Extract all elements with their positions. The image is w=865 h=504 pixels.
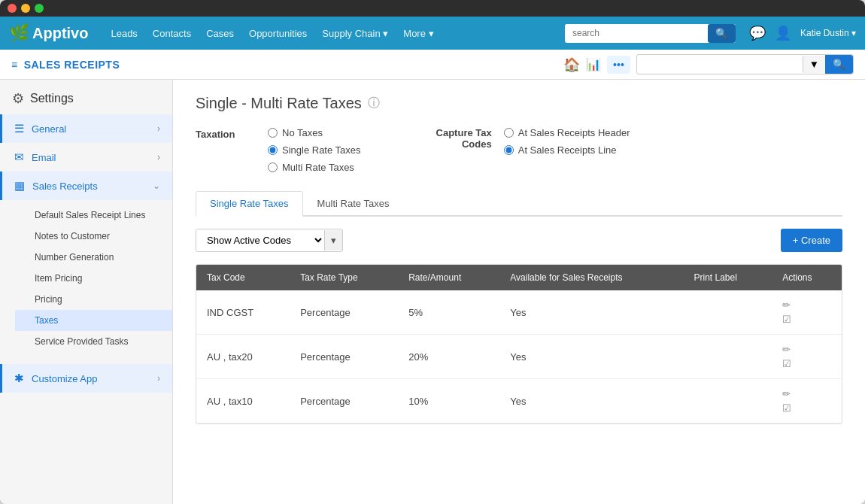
checkbox-icon-2[interactable]: ☑	[782, 402, 831, 414]
person-icon[interactable]: 👤	[775, 25, 791, 41]
sales-icon: ▦	[14, 179, 25, 193]
tab-single-rate[interactable]: Single Rate Taxes	[196, 191, 303, 217]
cell-actions-2: ✏ ☑	[772, 379, 842, 424]
info-icon[interactable]: ⓘ	[368, 96, 380, 111]
capture-radio-line[interactable]	[504, 145, 514, 155]
sub-header-title: SALES RECEIPTS	[24, 59, 120, 71]
tax-option-no-taxes[interactable]: No Taxes	[268, 127, 361, 138]
cell-available-2: Yes	[499, 379, 683, 424]
capture-option-line[interactable]: At Sales Receipts Line	[504, 144, 630, 156]
table-header-row: Tax Code Tax Rate Type Rate/Amount Avail…	[196, 265, 842, 290]
tax-radio-single-rate[interactable]	[268, 145, 278, 155]
edit-icon-1[interactable]: ✏	[782, 344, 831, 355]
action-icons-1: ✏ ☑	[782, 344, 831, 369]
chart-icon[interactable]: 📊	[586, 57, 601, 71]
filter-caret-icon[interactable]: ▾	[324, 230, 342, 250]
chevron-right-icon-2: ›	[157, 152, 160, 162]
col-tax-rate-type: Tax Rate Type	[290, 265, 398, 290]
col-actions: Actions	[772, 265, 842, 290]
maximize-dot[interactable]	[35, 4, 44, 13]
tab-multi-rate[interactable]: Multi Rate Taxes	[303, 191, 404, 215]
general-icon: ☰	[14, 122, 24, 135]
sidebar-sub-default-lines[interactable]: Default Sales Receipt Lines	[15, 205, 172, 226]
minimize-dot[interactable]	[21, 4, 30, 13]
chevron-down-icon: ⌄	[153, 181, 160, 191]
sidebar-item-email[interactable]: ✉ Email ›	[0, 143, 172, 172]
sub-search-button[interactable]: 🔍	[825, 55, 853, 74]
dots-button[interactable]: •••	[607, 56, 630, 74]
tax-radio-multi-rate[interactable]	[268, 162, 278, 172]
action-icons-2: ✏ ☑	[782, 388, 831, 414]
capture-radio-group: At Sales Receipts Header At Sales Receip…	[504, 127, 630, 156]
tax-option-single-rate[interactable]: Single Rate Taxes	[268, 144, 361, 156]
checkbox-icon-1[interactable]: ☑	[782, 358, 831, 369]
sidebar-sub-items: Default Sales Receipt Lines Notes to Cus…	[0, 200, 172, 357]
sub-header-right: 🏠 📊 ••• ▼ 🔍	[563, 54, 854, 74]
sidebar-sub-notes[interactable]: Notes to Customer	[15, 226, 172, 247]
sub-search-input[interactable]	[637, 56, 803, 73]
search-input[interactable]	[565, 24, 708, 42]
tab-bar: Single Rate Taxes Multi Rate Taxes	[196, 191, 842, 217]
nav-icons: 💬 👤 Katie Dustin ▾	[749, 25, 856, 41]
sidebar-sub-item-pricing[interactable]: Item Pricing	[15, 268, 172, 289]
filter-dropdown[interactable]: Show Active Codes Show All Codes Show In…	[196, 229, 343, 252]
sidebar-sub-pricing[interactable]: Pricing	[15, 289, 172, 310]
nav-contacts[interactable]: Contacts	[145, 28, 199, 39]
sidebar-item-general-label: General	[32, 123, 66, 135]
capture-option-header[interactable]: At Sales Receipts Header	[504, 127, 630, 138]
cell-rate-2: 10%	[398, 379, 499, 424]
tax-table-container: Tax Code Tax Rate Type Rate/Amount Avail…	[196, 264, 842, 424]
user-menu[interactable]: Katie Dustin ▾	[800, 28, 856, 38]
sidebar-sub-service-tasks[interactable]: Service Provided Tasks	[15, 331, 172, 352]
sidebar-sub-number-gen[interactable]: Number Generation	[15, 247, 172, 268]
home-icon[interactable]: 🏠	[563, 56, 580, 73]
taxation-radio-group: No Taxes Single Rate Taxes Multi Rate Ta…	[268, 127, 361, 173]
action-icons-0: ✏ ☑	[782, 299, 831, 325]
edit-icon-0[interactable]: ✏	[782, 299, 831, 311]
nav-supply-chain[interactable]: Supply Chain ▾	[314, 28, 396, 39]
sidebar-customize-left: ✱ Customize App	[14, 372, 97, 385]
sidebar-sub-taxes[interactable]: Taxes	[15, 310, 172, 331]
title-bar	[0, 0, 865, 17]
sub-search-dropdown[interactable]: ▼	[803, 56, 825, 73]
tax-option-no-taxes-label: No Taxes	[282, 127, 323, 138]
filter-row: Show Active Codes Show All Codes Show In…	[196, 229, 842, 252]
cell-actions-0: ✏ ☑	[772, 290, 842, 335]
nav-leads[interactable]: Leads	[103, 28, 144, 39]
sub-header-icon: ≡	[11, 59, 18, 71]
app-logo: 🌿 Apptivo	[9, 23, 88, 43]
chat-icon[interactable]: 💬	[749, 25, 766, 41]
tax-option-single-rate-label: Single Rate Taxes	[282, 144, 361, 156]
table-row: AU , tax10 Percentage 10% Yes ✏ ☑	[196, 379, 842, 424]
cell-rate-1: 20%	[398, 335, 499, 379]
capture-label: Capture TaxCodes	[436, 127, 492, 150]
nav-opportunities[interactable]: Opportunities	[241, 28, 314, 39]
cell-tax-rate-type-1: Percentage	[290, 335, 398, 379]
tax-radio-no-taxes[interactable]	[268, 128, 278, 138]
nav-more[interactable]: More ▾	[396, 28, 441, 39]
main-layout: ⚙ Settings ☰ General › ✉ Email › ▦	[0, 80, 865, 504]
cell-tax-rate-type-0: Percentage	[290, 290, 398, 335]
customize-icon: ✱	[14, 372, 24, 385]
tax-option-multi-rate[interactable]: Multi Rate Taxes	[268, 162, 361, 173]
sidebar-item-general[interactable]: ☰ General ›	[0, 114, 172, 143]
checkbox-icon-0[interactable]: ☑	[782, 314, 831, 325]
close-dot[interactable]	[8, 4, 17, 13]
sidebar: ⚙ Settings ☰ General › ✉ Email › ▦	[0, 80, 173, 504]
capture-radio-header[interactable]	[504, 128, 514, 138]
sidebar-settings-header: ⚙ Settings	[0, 80, 172, 114]
nav-cases[interactable]: Cases	[199, 28, 241, 39]
col-print-label: Print Label	[683, 265, 772, 290]
cell-available-1: Yes	[499, 335, 683, 379]
table-row: IND CGST Percentage 5% Yes ✏ ☑	[196, 290, 842, 335]
create-button[interactable]: + Create	[781, 229, 842, 252]
tax-table: Tax Code Tax Rate Type Rate/Amount Avail…	[196, 265, 842, 424]
filter-select[interactable]: Show Active Codes Show All Codes Show In…	[196, 229, 324, 251]
search-button[interactable]: 🔍	[708, 24, 736, 43]
chevron-right-icon: ›	[157, 123, 160, 134]
sidebar-customize[interactable]: ✱ Customize App ›	[0, 364, 172, 393]
sidebar-item-sales-receipts[interactable]: ▦ Sales Receipts ⌄	[0, 172, 172, 200]
sidebar-item-sales-label: Sales Receipts	[32, 181, 98, 192]
email-icon: ✉	[14, 150, 24, 164]
edit-icon-2[interactable]: ✏	[782, 388, 831, 399]
